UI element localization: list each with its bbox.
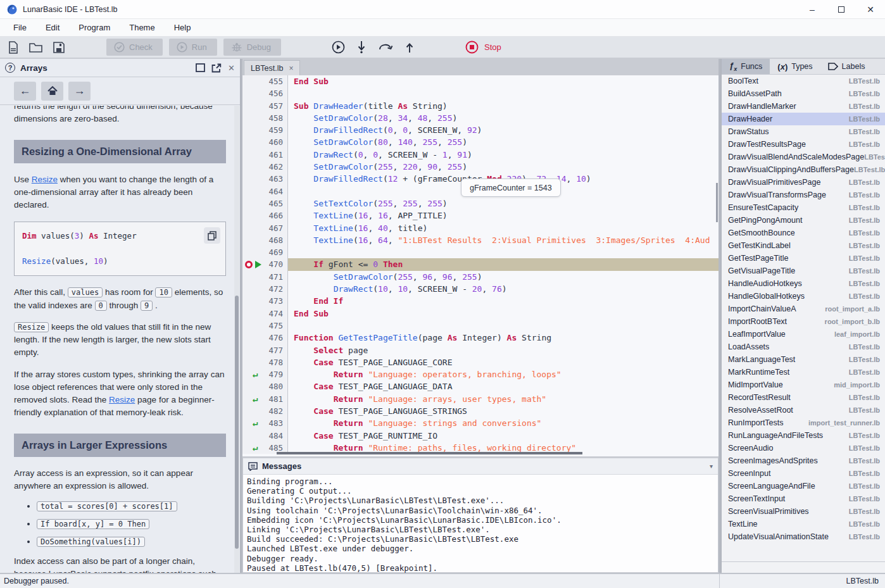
minimize-button[interactable]: – <box>798 0 827 18</box>
gutter[interactable] <box>242 124 264 136</box>
code-line[interactable]: 469 <box>242 246 719 258</box>
code-line[interactable]: ↵483 Return "Language: strings and conve… <box>242 417 719 429</box>
code-line[interactable]: ↵479 Return "Language: operators, branch… <box>242 368 719 380</box>
function-list-item[interactable]: DrawVisualPrimitivesPageLBTest.lb <box>722 176 885 189</box>
function-list-item[interactable]: BoolTextLBTest.lb <box>722 75 885 87</box>
tab-lbtest[interactable]: LBTest.lb × <box>244 60 300 75</box>
code-line[interactable]: 478 Case TEST_PAGE_LANGUAGE_CORE <box>242 356 719 368</box>
function-list-item[interactable]: LeafImportValueleaf_import.lb <box>722 328 885 341</box>
gutter[interactable] <box>242 87 264 99</box>
help-scrollbar[interactable] <box>234 106 239 573</box>
menu-file[interactable]: File <box>4 19 36 36</box>
nav-back-button[interactable]: ← <box>14 82 36 101</box>
popout-icon[interactable] <box>211 63 222 73</box>
function-list-item[interactable]: DrawHandleMarkerLBTest.lb <box>722 100 885 113</box>
step-into-icon[interactable] <box>356 41 367 54</box>
nav-forward-button[interactable]: → <box>68 82 91 101</box>
gutter[interactable] <box>242 283 264 295</box>
function-list-item[interactable]: RunImportTestsimport_test_runner.lb <box>722 416 885 429</box>
run-button[interactable]: Run <box>169 39 217 56</box>
function-list-item[interactable]: RunLanguageAndFileTestsLBTest.lb <box>722 429 885 442</box>
doc-link[interactable]: Resize <box>109 395 135 404</box>
gutter[interactable] <box>242 271 264 283</box>
function-list-item[interactable]: GetVisualPageTitleLBTest.lb <box>722 265 885 277</box>
gutter[interactable] <box>242 149 264 161</box>
gutter[interactable] <box>242 295 264 307</box>
maximize-button[interactable] <box>827 0 856 18</box>
function-list-item[interactable]: MarkLanguageTestLBTest.lb <box>722 353 885 366</box>
gutter[interactable] <box>242 332 264 344</box>
tab-close-icon[interactable]: × <box>289 64 293 73</box>
gutter[interactable] <box>242 234 264 246</box>
function-list-item[interactable]: DrawTestResultsPageLBTest.lb <box>722 138 885 151</box>
function-list-item[interactable]: MidImportValuemid_import.lb <box>722 378 885 391</box>
code-line[interactable]: 471 SetDrawColor(255, 96, 96, 255) <box>242 271 719 283</box>
function-list-item[interactable]: GetPingPongAmountLBTest.lb <box>722 214 885 227</box>
gutter[interactable] <box>242 405 264 417</box>
gutter[interactable]: ↵ <box>242 417 264 429</box>
messages-body[interactable]: Binding program...Generating C output...… <box>243 475 718 575</box>
function-list-item[interactable]: ScreenAudioLBTest.lb <box>722 442 885 454</box>
close-button[interactable]: ✕ <box>856 0 885 18</box>
code-line[interactable]: 474End Sub <box>242 308 719 320</box>
gutter[interactable] <box>242 197 264 210</box>
step-out-icon[interactable] <box>405 41 415 54</box>
code-editor[interactable]: 455End Sub456457Sub DrawHeader(title As … <box>242 75 719 458</box>
code-line[interactable]: 462 SetDrawColor(255, 220, 90, 255) <box>242 161 719 173</box>
help-close-icon[interactable]: ✕ <box>228 63 235 73</box>
function-list-item[interactable]: ResolveAssetRootLBTest.lb <box>722 404 885 416</box>
function-list-item[interactable]: RecordTestResultLBTest.lb <box>722 391 885 404</box>
editor-horizontal-scrollbar[interactable] <box>277 452 582 454</box>
function-list-item[interactable]: ScreenVisualPrimitivesLBTest.lb <box>722 505 885 518</box>
code-line[interactable]: 466 TextLine(16, 16, APP_TITLE) <box>242 210 719 222</box>
code-line[interactable]: 456 <box>242 87 719 99</box>
tab-types[interactable]: (x) Types <box>770 59 820 74</box>
gutter[interactable] <box>242 344 264 356</box>
tab-funcs[interactable]: ƒx Funcs <box>722 59 770 74</box>
dock-panel-icon[interactable] <box>196 63 205 72</box>
new-file-button[interactable] <box>4 39 23 56</box>
code-line[interactable]: 476Function GetTestPageTitle(page As Int… <box>242 332 719 344</box>
code-line[interactable]: 484 Case TEST_PAGE_RUNTIME_IO <box>242 430 719 442</box>
code-line[interactable]: ↵481 Return "Language: arrays, user type… <box>242 393 719 405</box>
nav-home-button[interactable] <box>41 82 63 101</box>
function-list-item[interactable]: TextLineLBTest.lb <box>722 518 885 530</box>
gutter[interactable] <box>242 222 264 234</box>
code-line[interactable]: 470 If gFont <= 0 Then <box>242 258 719 270</box>
function-list-item[interactable]: DrawVisualTransformsPageLBTest.lb <box>722 189 885 201</box>
gutter[interactable] <box>242 308 264 320</box>
code-line[interactable]: 482 Case TEST_PAGE_LANGUAGE_STRINGS <box>242 405 719 417</box>
function-list-item[interactable]: BuildAssetPathLBTest.lb <box>722 87 885 100</box>
gutter[interactable] <box>242 258 264 270</box>
gutter[interactable] <box>242 210 264 222</box>
gutter[interactable] <box>242 100 264 112</box>
check-button[interactable]: Check <box>106 39 163 56</box>
gutter[interactable]: ↵ <box>242 393 264 405</box>
code-line[interactable]: 472 DrawRect(10, 10, SCREEN_W - 20, 76) <box>242 283 719 295</box>
code-line[interactable]: 458 SetDrawColor(28, 34, 48, 255) <box>242 112 719 124</box>
function-list-item[interactable]: EnsureTestCapacityLBTest.lb <box>722 201 885 214</box>
code-line[interactable]: 477 Select page <box>242 344 719 356</box>
continue-icon[interactable] <box>332 41 345 54</box>
function-list-item[interactable]: LoadAssetsLBTest.lb <box>722 341 885 353</box>
code-line[interactable]: 460 SetDrawColor(80, 140, 255, 255) <box>242 136 719 148</box>
code-line[interactable]: 473 End If <box>242 295 719 307</box>
gutter[interactable] <box>242 356 264 368</box>
code-line[interactable]: 455End Sub <box>242 75 719 87</box>
menu-theme[interactable]: Theme <box>120 19 164 36</box>
code-line[interactable]: 467 TextLine(16, 40, title) <box>242 222 719 234</box>
function-list-item[interactable]: GetSmoothBounceLBTest.lb <box>722 227 885 239</box>
function-list-item[interactable]: GetTestKindLabelLBTest.lb <box>722 239 885 252</box>
function-list-item[interactable]: ScreenInputLBTest.lb <box>722 467 885 480</box>
function-list-item[interactable]: ScreenTextInputLBTest.lb <box>722 492 885 505</box>
function-list-item[interactable]: DrawStatusLBTest.lb <box>722 125 885 138</box>
tab-labels[interactable]: Labels <box>820 59 873 74</box>
gutter[interactable] <box>242 185 264 197</box>
save-button[interactable] <box>49 39 68 56</box>
code-line[interactable]: 461 DrawRect(0, 0, SCREEN_W - 1, 91) <box>242 149 719 161</box>
code-line[interactable]: 465 SetTextColor(255, 255, 255) <box>242 197 719 210</box>
debug-button[interactable]: Debug <box>223 39 281 56</box>
function-list-item[interactable]: ImportRootBTextroot_import_b.lb <box>722 315 885 328</box>
gutter[interactable]: ↵ <box>242 368 264 380</box>
gutter[interactable] <box>242 380 264 392</box>
